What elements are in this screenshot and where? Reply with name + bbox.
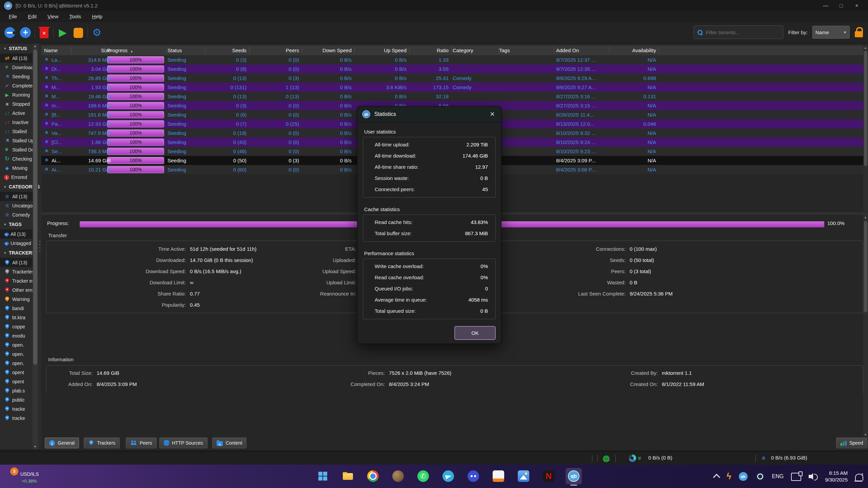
tab-peers[interactable]: Peers <box>126 438 157 448</box>
tab-trackers[interactable]: Trackers <box>84 438 120 448</box>
column-header-added-on[interactable]: Added On <box>556 45 608 55</box>
sidebar-item-inactive[interactable]: Inactive <box>0 118 33 127</box>
sidebar-splitter[interactable] <box>39 241 41 256</box>
tray-overflow-chevron-icon[interactable] <box>713 474 720 481</box>
sidebar-item-plab-s[interactable]: plab.s <box>0 386 33 395</box>
sidebar-item-downloading[interactable]: Downloading <box>0 63 33 72</box>
column-header-seeds[interactable]: Seeds <box>205 45 246 55</box>
delete-button[interactable] <box>36 25 52 40</box>
menu-file[interactable]: File <box>3 11 22 22</box>
winamp-tray-icon[interactable]: ϟ <box>727 471 731 482</box>
sidebar-item-all-13-[interactable]: All (13) <box>0 54 33 63</box>
tab-content[interactable]: Content <box>212 438 246 448</box>
sidebar-item-stalled[interactable]: Stalled <box>0 127 33 136</box>
filter-torrents-input[interactable] <box>705 29 774 36</box>
column-header-tags[interactable]: Tags <box>499 45 552 55</box>
column-header-availability[interactable]: Availability <box>610 45 656 55</box>
global-upload-speed[interactable]: 0 B/s (6.93 GiB) <box>771 455 807 461</box>
sidebar-scrollbar[interactable]: ▲ ▼ <box>33 43 38 449</box>
sidebar-item-bandi[interactable]: bandi <box>0 304 33 313</box>
sidebar-scrollbar-thumb[interactable] <box>33 49 37 365</box>
column-header-ratio[interactable]: Ratio <box>409 45 449 55</box>
maximize-button[interactable]: □ <box>833 0 849 11</box>
ok-button[interactable]: OK <box>454 326 496 340</box>
sidebar-item-public[interactable]: public <box>0 395 33 404</box>
sidebar-item-opent[interactable]: opent <box>0 377 33 386</box>
sidebar-item-opent[interactable]: opent <box>0 368 33 377</box>
table-row[interactable]: DI...100%3.04 GiBSeeding0 (9)0 (0)0 B/s0… <box>41 64 863 74</box>
sidebar-item-other-error[interactable]: Other error <box>0 285 33 294</box>
sidebar-item-active[interactable]: Active <box>0 108 33 118</box>
add-torrent-file-button[interactable] <box>18 25 33 40</box>
network-tray-icon[interactable] <box>791 473 801 481</box>
sidebar-item-completed[interactable]: Completed <box>0 81 33 90</box>
sidebar-item-comedy[interactable]: Comedy <box>0 210 33 219</box>
sidebar-item-seeding[interactable]: Seeding <box>0 72 33 81</box>
tab-http-sources[interactable]: HTTP Sources <box>159 438 208 448</box>
sidebar-item-bt-ktra[interactable]: bt.ktra <box>0 313 33 322</box>
language-indicator[interactable]: ENG <box>772 473 784 480</box>
column-header-peers[interactable]: Peers <box>249 45 299 55</box>
sidebar-item-errored[interactable]: Errored <box>0 172 33 182</box>
sidebar-item-running[interactable]: Running <box>0 90 33 99</box>
tab-speed[interactable]: Speed <box>836 438 867 448</box>
stop-button[interactable] <box>71 25 86 40</box>
column-header-up-speed[interactable]: Up Speed <box>354 45 407 55</box>
resume-button[interactable] <box>55 25 71 40</box>
taskbar-icon-telegram[interactable] <box>440 468 456 484</box>
table-scrollbar-thumb[interactable] <box>864 51 867 166</box>
speed-limits-icon[interactable] <box>629 454 636 462</box>
sidebar-item-tracke[interactable]: tracke <box>0 404 33 413</box>
sidebar-item-uncategorized[interactable]: Uncategorized <box>0 201 33 210</box>
sidebar-item-checking[interactable]: Checking <box>0 154 33 163</box>
column-header-status[interactable]: Status <box>167 45 203 55</box>
dialog-close-icon[interactable]: ✕ <box>488 110 496 118</box>
column-header-down-speed[interactable]: Down Speed <box>302 45 352 55</box>
taskbar-icon-netflix[interactable] <box>540 468 557 484</box>
lock-icon[interactable] <box>854 26 863 38</box>
sidebar-item-warning[interactable]: Warning <box>0 294 33 304</box>
sidebar-item-coppe[interactable]: coppe <box>0 322 33 331</box>
taskbar-icon-photos[interactable] <box>515 468 532 484</box>
qbittorrent-tray-icon[interactable]: qb <box>739 472 748 481</box>
tab-general[interactable]: General <box>45 438 79 448</box>
table-row[interactable]: M...100%19.46 GiBSeeding0 (13)0 (13)0 B/… <box>41 92 863 101</box>
filter-by-dropdown[interactable]: Name ▼ <box>812 26 850 39</box>
volume-tray-icon[interactable] <box>809 473 817 480</box>
collapse-triangle-icon[interactable]: ▼ <box>3 251 7 255</box>
sidebar-item-moving[interactable]: Moving <box>0 163 33 172</box>
table-row[interactable]: M...100%1.93 GiBSeeding0 (131)1 (13)0 B/… <box>41 83 863 92</box>
global-download-speed[interactable]: 0 B/s (0 B) <box>648 455 672 461</box>
sidebar-item-open-[interactable]: open. <box>0 359 33 368</box>
steam-tray-icon[interactable] <box>755 472 765 481</box>
taskbar-icon-start[interactable] <box>315 468 331 484</box>
connection-status-globe-icon[interactable] <box>603 455 610 462</box>
sidebar-item-all-13-[interactable]: All (13) <box>0 258 33 267</box>
menu-edit[interactable]: Edit <box>22 11 42 22</box>
sidebar-item-stalled-downloading[interactable]: Stalled Downloading <box>0 145 33 154</box>
sidebar-item-open-[interactable]: open. <box>0 349 33 359</box>
column-header-name[interactable]: Name <box>44 45 71 55</box>
notifications-bell-icon[interactable] <box>855 474 863 481</box>
column-header-progress[interactable]: Progress▲ <box>107 45 164 55</box>
scroll-down-icon[interactable]: ▼ <box>34 445 37 448</box>
taskbar-icon-notes[interactable] <box>490 468 507 484</box>
add-torrent-link-button[interactable] <box>2 25 18 40</box>
sidebar-item-all-13-[interactable]: All (13) <box>0 192 33 201</box>
collapse-triangle-icon[interactable]: ▼ <box>3 185 7 189</box>
minimize-button[interactable]: — <box>818 0 833 11</box>
table-row[interactable]: La...100%314.6 MiBSeeding0 (3)0 (0)0 B/s… <box>41 55 863 64</box>
menu-view[interactable]: View <box>42 11 64 22</box>
sidebar-item-exodu[interactable]: exodu <box>0 331 33 340</box>
taskbar-icon-qb[interactable] <box>566 468 582 484</box>
taskbar-clock[interactable]: 8:15 AM 9/30/2025 <box>825 470 848 483</box>
sidebar-item-tracke[interactable]: tracke <box>0 413 33 423</box>
scroll-up-icon[interactable]: ▲ <box>864 216 867 219</box>
taskbar-icon-whatsapp[interactable] <box>415 468 431 484</box>
sidebar-item-stalled-uploading[interactable]: Stalled Uploading <box>0 136 33 145</box>
sidebar-item-open-[interactable]: open. <box>0 340 33 349</box>
sidebar-item-tracker-error[interactable]: Tracker error <box>0 276 33 285</box>
column-header-category[interactable]: Category <box>453 45 497 55</box>
taskbar-icon-discord[interactable] <box>465 468 481 484</box>
taskbar-icon-chrome[interactable] <box>365 468 381 484</box>
